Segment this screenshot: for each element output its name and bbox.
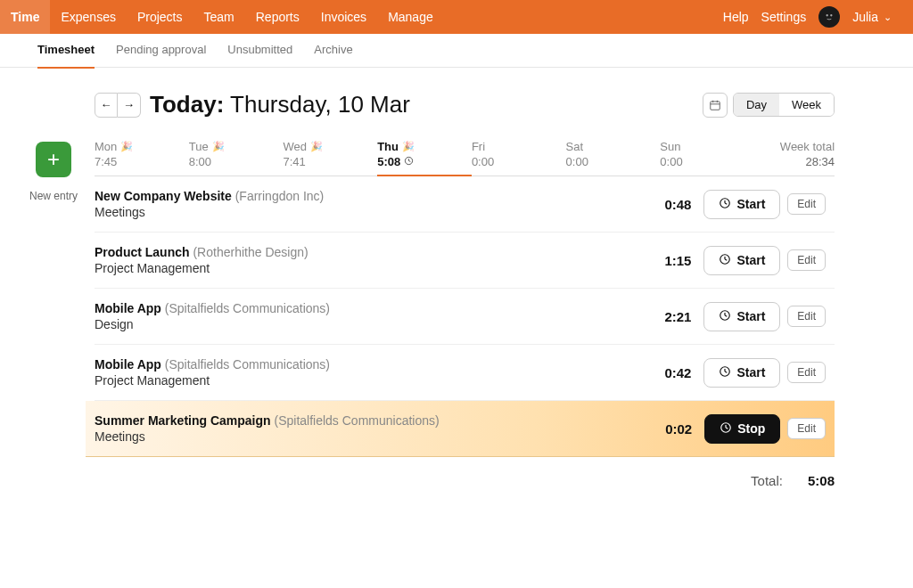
entry-client: (Spitalfields Communications)	[165, 301, 330, 315]
nav-time[interactable]: Time	[0, 0, 50, 34]
prev-day-button[interactable]: ←	[95, 93, 118, 118]
weekday-fri[interactable]: Fri 0:00	[472, 140, 566, 168]
help-link[interactable]: Help	[723, 10, 749, 24]
start-button[interactable]: Start	[703, 358, 780, 388]
nav-projects[interactable]: Projects	[127, 0, 193, 34]
confetti-icon: 🎉	[402, 141, 415, 152]
weekday-tue[interactable]: Tue🎉 8:00	[189, 140, 284, 168]
svg-line-14	[725, 259, 727, 260]
entry-task: Project Management	[95, 261, 652, 275]
start-button[interactable]: Start	[703, 190, 780, 219]
entry-client: (Spitalfields Communications)	[275, 413, 440, 428]
new-entry-button[interactable]: +	[36, 142, 71, 177]
day-total: Total: 5:08	[95, 473, 835, 488]
subtab-timesheet[interactable]: Timesheet	[37, 33, 95, 69]
nav-manage[interactable]: Manage	[377, 0, 444, 34]
start-button[interactable]: Start	[703, 302, 780, 331]
time-entry: Mobile App (Spitalfields Communications)…	[95, 289, 835, 345]
new-entry-label: New entry	[29, 190, 78, 202]
entry-duration: 0:02	[653, 421, 692, 437]
svg-point-0	[827, 14, 828, 16]
view-week[interactable]: Week	[779, 94, 834, 116]
page-header: ← → Today: Thursday, 10 Mar Day Week	[95, 91, 835, 118]
nav-expenses[interactable]: Expenses	[50, 0, 126, 34]
confetti-icon: 🎉	[310, 141, 323, 152]
weekday-sat[interactable]: Sat 0:00	[566, 140, 661, 168]
entry-client: (Farringdon Inc)	[235, 189, 325, 203]
clock-icon	[719, 197, 731, 212]
time-entry-running: Summer Marketing Campaign (Spitalfields …	[86, 401, 835, 457]
entries-list: New Company Website (Farringdon Inc) Mee…	[95, 176, 835, 457]
edit-button[interactable]: Edit	[787, 362, 826, 383]
entry-task: Project Management	[95, 373, 652, 388]
clock-icon	[719, 365, 731, 380]
time-entry: New Company Website (Farringdon Inc) Mee…	[95, 176, 835, 233]
clock-icon	[719, 253, 731, 268]
entry-duration: 0:48	[652, 197, 691, 212]
new-entry-column: + New entry	[36, 140, 71, 488]
clock-icon	[719, 309, 731, 324]
sub-tabs: Timesheet Pending approval Unsubmitted A…	[0, 34, 913, 68]
weekday-wed[interactable]: Wed🎉 7:41	[283, 140, 377, 168]
entry-task: Meetings	[95, 205, 652, 219]
calendar-icon	[709, 99, 721, 111]
svg-line-11	[725, 203, 727, 204]
weekday-row: Mon🎉 7:45 Tue🎉 8:00 Wed🎉 7:41 Thu🎉 5:08 …	[95, 140, 835, 176]
weekday-sun[interactable]: Sun 0:00	[660, 140, 754, 168]
entry-duration: 2:21	[652, 309, 691, 324]
entry-project: Summer Marketing Campaign	[95, 413, 271, 428]
view-toggle: Day Week	[733, 93, 835, 117]
edit-button[interactable]: Edit	[787, 193, 826, 215]
subtab-unsubmitted[interactable]: Unsubmitted	[227, 33, 292, 69]
nav-items: Time Expenses Projects Team Reports Invo…	[0, 0, 444, 34]
time-entry: Product Launch (Rotherhithe Design) Proj…	[95, 233, 835, 289]
edit-button[interactable]: Edit	[787, 306, 826, 327]
weekday-thu[interactable]: Thu🎉 5:08	[377, 140, 472, 176]
total-value: 5:08	[808, 473, 835, 488]
week-total: Week total 28:34	[754, 140, 835, 168]
clock-icon	[720, 421, 732, 437]
edit-button[interactable]: Edit	[787, 249, 826, 271]
nav-reports[interactable]: Reports	[245, 0, 310, 34]
nav-right: Help Settings Julia ⌄	[723, 6, 892, 28]
nav-invoices[interactable]: Invoices	[310, 0, 377, 34]
date-label: Thursday, 10 Mar	[230, 91, 410, 118]
time-entry: Mobile App (Spitalfields Communications)…	[95, 345, 835, 401]
nav-team[interactable]: Team	[193, 0, 245, 34]
svg-line-23	[726, 428, 728, 429]
settings-link[interactable]: Settings	[761, 10, 807, 24]
view-controls: Day Week	[703, 93, 835, 118]
today-label: Today:	[150, 91, 224, 118]
entry-task: Meetings	[95, 429, 653, 444]
date-nav: ← →	[95, 93, 141, 118]
entry-client: (Rotherhithe Design)	[193, 245, 308, 259]
svg-line-20	[725, 372, 727, 372]
weekday-mon[interactable]: Mon🎉 7:45	[95, 140, 189, 168]
entry-client: (Spitalfields Communications)	[165, 357, 330, 372]
view-day[interactable]: Day	[734, 94, 779, 116]
calendar-button[interactable]	[703, 93, 728, 118]
top-nav: Time Expenses Projects Team Reports Invo…	[0, 0, 913, 34]
confetti-icon: 🎉	[212, 141, 225, 152]
svg-line-8	[408, 161, 410, 162]
page-title: Today: Thursday, 10 Mar	[150, 91, 410, 118]
chevron-down-icon: ⌄	[884, 12, 892, 23]
avatar[interactable]	[818, 6, 840, 28]
entry-duration: 1:15	[652, 253, 691, 268]
svg-rect-2	[711, 101, 720, 109]
user-menu[interactable]: Julia ⌄	[852, 10, 892, 24]
edit-button[interactable]: Edit	[787, 418, 826, 439]
svg-point-1	[830, 14, 832, 16]
running-clock-icon	[404, 155, 414, 165]
start-button[interactable]: Start	[703, 246, 780, 275]
entry-duration: 0:42	[652, 365, 691, 380]
svg-line-17	[725, 315, 727, 316]
next-day-button[interactable]: →	[118, 93, 141, 118]
subtab-pending[interactable]: Pending approval	[116, 33, 206, 69]
stop-button[interactable]: Stop	[704, 414, 780, 444]
subtab-archive[interactable]: Archive	[314, 33, 352, 69]
user-name: Julia	[852, 10, 878, 24]
entry-project: New Company Website	[95, 189, 232, 203]
entry-task: Design	[95, 317, 652, 331]
confetti-icon: 🎉	[120, 141, 133, 152]
